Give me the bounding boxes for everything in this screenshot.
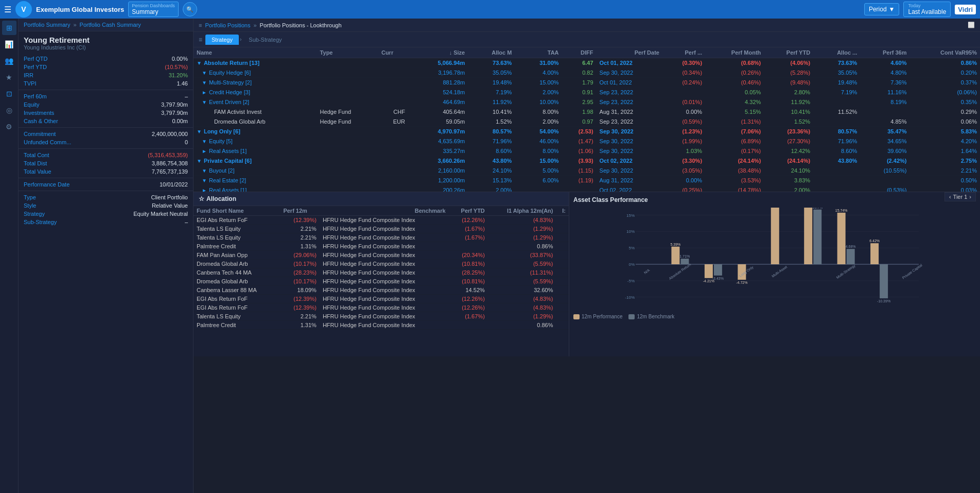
- column-header-diff[interactable]: DIFF: [562, 47, 597, 58]
- sidebar-icon-home[interactable]: ⊞: [2, 21, 16, 35]
- column-header-name[interactable]: Name: [194, 47, 317, 58]
- tab-sub-strategy[interactable]: Sub-Strategy: [242, 35, 288, 45]
- cell-name[interactable]: ▼Absolute Return [13]: [194, 58, 317, 68]
- dashboard-selector[interactable]: Pension Dashboards Summary: [128, 2, 179, 17]
- column-header-alloc-m[interactable]: Alloc M: [468, 47, 515, 58]
- column-header-curr[interactable]: Curr: [378, 47, 408, 58]
- column-header-perf-date[interactable]: Perf Date: [597, 47, 662, 58]
- metric-row: Total Value7,765,737,139: [19, 167, 193, 176]
- column-header-↓-size[interactable]: ↓ Size: [408, 47, 468, 58]
- breadcrumb-item2[interactable]: Portfolio Cash Summary: [80, 22, 141, 28]
- alloc-cell-5: [556, 295, 569, 303]
- cell-size: 524.18m: [408, 88, 468, 97]
- alloc-col-3[interactable]: Perf YTD: [449, 206, 488, 216]
- cell-name[interactable]: ►Real Assets [1]: [194, 185, 317, 192]
- column-header-type[interactable]: Type: [317, 47, 378, 58]
- alloc-cell-3: (1.67%): [449, 225, 488, 233]
- column-header-perf-month[interactable]: Perf Month: [705, 47, 764, 58]
- alloc-cell-5: [556, 242, 569, 251]
- column-header-taa[interactable]: TAA: [515, 47, 562, 58]
- alloc-row: Canberra Lasser 88 MA18.09%HFRU Hedge Fu…: [194, 286, 569, 295]
- column-header-perf-ytd[interactable]: Perf YTD: [764, 47, 813, 58]
- allocation-star-icon[interactable]: ☆: [199, 195, 204, 202]
- sidebar-icon-people[interactable]: 👥: [2, 54, 16, 68]
- cell-perf: (0.25%): [662, 185, 705, 192]
- cell-type: [317, 97, 378, 107]
- bottom-panels: ☆ Allocation Fund Short NamePerf 12mBenc…: [194, 192, 980, 356]
- section-divider: [19, 148, 193, 149]
- alloc-cell-0: EGI Abs Return FoF: [194, 303, 280, 312]
- cell-name[interactable]: ►Credit Hedge [3]: [194, 88, 317, 97]
- tier-button[interactable]: ‹ Tier 1 ›: [944, 192, 976, 201]
- tier-prev-icon[interactable]: ‹: [949, 194, 951, 200]
- alloc-cell-1: (29.06%): [280, 251, 319, 260]
- hamburger-menu[interactable]: ☰: [4, 5, 11, 14]
- cell-name[interactable]: ▼Equity Hedge [6]: [194, 68, 317, 78]
- cell-name[interactable]: Dromeda Global Arb: [194, 117, 317, 127]
- dashboard-label: Pension Dashboards: [132, 3, 175, 8]
- legend-bench: 12m Benchmark: [628, 314, 674, 319]
- legend-bench-label: 12m Benchmark: [637, 314, 674, 319]
- cell-name[interactable]: ▼Multi-Strategy [2]: [194, 78, 317, 88]
- dashboard-value: Summary: [132, 8, 175, 15]
- alloc-cell-3: [449, 242, 488, 251]
- cell-perfMonth: (14.78%): [705, 185, 764, 192]
- alloc-col-0[interactable]: Fund Short Name: [194, 206, 280, 216]
- chart-title: Asset Class Performance: [573, 196, 648, 203]
- cell-name[interactable]: ▼Equity [5]: [194, 137, 317, 146]
- sidebar-icon-filter[interactable]: ⊡: [2, 87, 16, 101]
- cell-size: 4,635.69m: [408, 137, 468, 146]
- metric-row: Perf YTD(10.57%): [19, 63, 193, 71]
- maximize-icon[interactable]: ⬜: [968, 22, 975, 28]
- cell-name[interactable]: ▼Buyout [2]: [194, 166, 317, 176]
- date-selector[interactable]: Today Last Available: [903, 2, 951, 17]
- alloc-col-1[interactable]: Perf 12m: [280, 206, 319, 216]
- alloc-cell-0: FAM Pan Asian Opp: [194, 251, 280, 260]
- cell-allocM: 1.52%: [468, 117, 515, 127]
- cell-diff: 2.95: [562, 97, 597, 107]
- cell-name[interactable]: ▼Real Estate [2]: [194, 176, 317, 185]
- cell-perfYTD: 1.52%: [764, 117, 813, 127]
- metric-label: TVPI: [24, 80, 36, 87]
- period-selector[interactable]: Period ▼: [864, 3, 900, 15]
- cell-name[interactable]: FAM Activist Invest: [194, 107, 317, 117]
- tabs-bar: ≡ Strategy › Sub-Strategy: [194, 32, 980, 47]
- cell-type: Hedge Fund: [317, 117, 378, 127]
- tier-next-icon[interactable]: ›: [969, 194, 971, 200]
- alloc-col-5[interactable]: I:: [556, 206, 569, 216]
- sidebar-icon-analytics[interactable]: ◎: [2, 103, 16, 117]
- company-name: Exemplum Global Investors: [36, 6, 124, 13]
- breadcrumb-item1[interactable]: Portfolio Summary: [24, 22, 70, 28]
- alloc-cell-2: HFRU Hedge Fund Composite Index: [320, 277, 449, 286]
- column-header-cont-var95%[interactable]: Cont VaR95%: [909, 47, 980, 58]
- column-header-perf-...[interactable]: Perf ...: [662, 47, 705, 58]
- tab-strategy[interactable]: Strategy: [205, 35, 239, 45]
- cell-var: 0.29%: [909, 107, 980, 117]
- sidebar-icon-star[interactable]: ★: [2, 70, 16, 84]
- alloc-col-2[interactable]: Benchmark: [320, 206, 449, 216]
- cell-taa: 31.00%: [515, 58, 562, 68]
- alloc-cell-3: (1.67%): [449, 233, 488, 242]
- sidebar-icon-settings[interactable]: ⚙: [2, 120, 16, 134]
- cell-size: 405.64m: [408, 107, 468, 117]
- alloc-cell-4: (1.29%): [488, 312, 556, 321]
- cell-name[interactable]: ►Real Assets [1]: [194, 146, 317, 156]
- cell-name[interactable]: ▼Long Only [6]: [194, 127, 317, 137]
- cell-name[interactable]: ▼Event Driven [2]: [194, 97, 317, 107]
- column-header-alloc-...[interactable]: Alloc ...: [813, 47, 860, 58]
- alloc-col-4[interactable]: I1 Alpha 12m(An): [488, 206, 556, 216]
- alloc-cell-3: (12.26%): [449, 295, 488, 303]
- cell-allocM: 8.60%: [468, 146, 515, 156]
- cell-name[interactable]: ▼Private Capital [6]: [194, 156, 317, 166]
- column-header-perf-36m[interactable]: Perf 36m: [860, 47, 909, 58]
- cell-perf36: (0.53%): [860, 185, 909, 192]
- cell-diff: (1.15): [562, 166, 597, 176]
- cell-curr: [378, 185, 408, 192]
- search-button[interactable]: 🔍: [183, 2, 197, 16]
- cell-perf: (0.24%): [662, 78, 705, 88]
- sidebar-icon-chart[interactable]: 📊: [2, 37, 16, 52]
- cell-alloc: [813, 166, 860, 176]
- cell-perf: (0.59%): [662, 117, 705, 127]
- positions-bc1[interactable]: Portfolio Positions: [205, 22, 250, 28]
- cell-size: 3,196.78m: [408, 68, 468, 78]
